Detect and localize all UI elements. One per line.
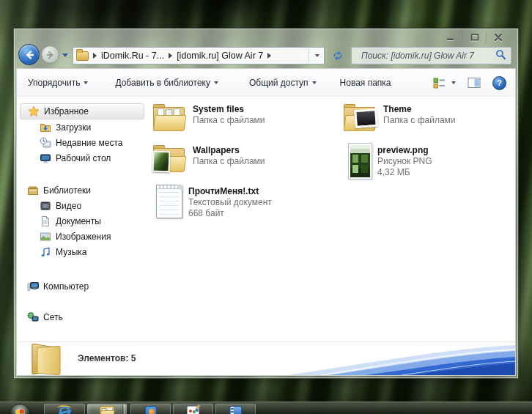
window-controls [439,32,509,43]
sidebar-item-network[interactable]: Сеть [17,309,150,325]
sidebar-item-label: Недавние места [56,138,122,148]
explorer-folder-icon [100,406,114,414]
taskbar-photo-viewer-button[interactable] [130,404,171,414]
breadcrumb-separator-icon[interactable] [267,53,271,59]
network-icon [27,311,39,323]
maximize-icon [470,34,479,41]
details-pane: Элементов: 5 [17,341,515,375]
sidebar-item-label: Загрузки [56,122,91,133]
sidebar-item-recent-places[interactable]: Недавние места [17,135,150,150]
paint-icon [187,406,199,414]
refresh-button[interactable] [329,47,347,64]
search-placeholder: Поиск: [idomik.ru] Glow Air 7 [361,51,495,61]
sidebar-item-downloads[interactable]: Загрузки [17,119,150,135]
sidebar-item-desktop[interactable]: Рабочий стол [17,150,150,166]
back-button[interactable] [18,44,40,65]
breadcrumb-separator-icon[interactable] [169,53,172,59]
sidebar-item-label: Библиотеки [43,185,91,196]
share-menu[interactable]: Общий доступ [245,75,321,91]
selected-folder-icon [28,344,63,374]
help-icon: ? [497,78,502,87]
sidebar-item-favorites[interactable]: Избранное [20,103,144,119]
back-arrow-icon [23,49,35,61]
help-button[interactable]: ? [492,76,506,90]
movie-maker-icon [229,406,242,414]
breadcrumb-segment-current[interactable]: [idomik.ru] Glow Air 7 [177,51,263,61]
close-icon [494,34,503,41]
breadcrumb-segment-root[interactable]: iDomik.Ru - 7... [101,51,164,61]
search-box[interactable]: Поиск: [idomik.ru] Glow Air 7 [351,47,511,64]
pictures-icon [40,231,51,243]
add-to-library-menu[interactable]: Добавить в библиотеку [111,75,223,91]
file-tile-wallpapers[interactable]: Wallpapers Папка с файлами [150,142,341,183]
documents-icon [40,215,51,227]
windows-logo-icon [15,409,24,414]
recent-pages-dropdown-icon[interactable] [62,53,68,57]
taskbar-paint-button[interactable] [173,404,213,414]
file-size: 4,32 МБ [377,167,432,178]
toolbar-right-icons: ? [431,69,506,97]
internet-explorer-icon [58,405,71,414]
minimize-icon [446,34,455,41]
chevron-down-icon [214,81,218,84]
change-view-button[interactable] [431,75,447,91]
text-file-icon [156,185,182,218]
file-tile-theme[interactable]: Theme Папка с файлами [341,101,531,142]
file-tile-system-files[interactable]: System files Папка с файлами [150,101,341,142]
organize-menu[interactable]: Упорядочить [23,75,92,91]
chevron-down-icon [312,81,317,84]
address-dropdown-button[interactable] [309,48,321,63]
forward-button[interactable] [41,45,59,64]
chevron-down-icon [84,81,88,84]
forward-arrow-icon [45,50,56,60]
file-tile-preview-png[interactable]: preview.png Рисунок PNG 4,32 МБ [341,142,531,183]
sidebar-item-pictures[interactable]: Изображения [17,229,150,244]
add-to-library-label: Добавить в библиотеку [115,78,210,88]
navigation-pane: Избранное Загрузки Недавние места Рабочи… [17,97,150,341]
maximize-button[interactable] [462,32,486,43]
file-type: Папка с файлами [193,156,265,167]
favorites-star-icon [28,106,40,117]
file-list: System files Папка с файлами Theme Папка… [150,101,514,341]
folder-with-wallpaper-icon [152,144,187,176]
folder-icon [76,51,89,61]
taskbar-internet-explorer-button[interactable] [44,404,85,414]
computer-icon [27,281,39,292]
organize-label: Упорядочить [28,78,80,88]
file-name: System files [193,104,265,115]
folder-with-files-icon [152,103,187,135]
file-type: Папка с файлами [383,115,456,126]
views-dropdown-icon[interactable] [451,81,456,84]
sidebar-item-videos[interactable]: Видео [17,198,150,213]
sidebar-item-label: Документы [56,216,101,226]
taskbar-explorer-button[interactable] [87,404,127,414]
sidebar-item-documents[interactable]: Документы [17,213,150,229]
photo-viewer-icon [145,406,157,414]
file-type: Папка с файлами [193,115,265,126]
sidebar-item-music[interactable]: Музыка [17,244,150,259]
share-label: Общий доступ [249,78,309,88]
sidebar-item-libraries[interactable]: Библиотеки [17,182,150,198]
file-name: preview.png [377,145,432,156]
explorer-window: iDomik.Ru - 7... [idomik.ru] Glow Air 7 … [13,28,519,379]
libraries-icon [27,185,39,196]
image-thumbnail-icon [349,144,372,179]
chevron-down-icon [315,54,319,57]
minimize-button[interactable] [439,32,462,43]
search-icon[interactable] [495,49,506,63]
file-size: 668 байт [188,208,272,219]
sidebar-item-computer[interactable]: Компьютер [17,278,150,294]
file-type: Рисунок PNG [377,156,432,167]
start-button[interactable] [9,404,31,414]
folder-with-photo-icon [342,103,377,135]
window-client-area: Упорядочить Добавить в библиотеку Общий … [16,68,516,376]
address-breadcrumb[interactable]: iDomik.Ru - 7... [idomik.ru] Glow Air 7 [73,47,325,64]
preview-pane-icon [468,77,481,89]
file-tile-readme-txt[interactable]: ПрочтиМеня!.txt Текстовый документ 668 б… [150,183,341,224]
new-folder-button[interactable]: Новая папка [336,75,396,91]
file-type: Текстовый документ [188,197,272,208]
preview-pane-button[interactable] [466,75,482,91]
sidebar-item-label: Музыка [56,247,86,257]
taskbar-movie-maker-button[interactable] [215,404,256,414]
close-button[interactable] [486,32,509,43]
